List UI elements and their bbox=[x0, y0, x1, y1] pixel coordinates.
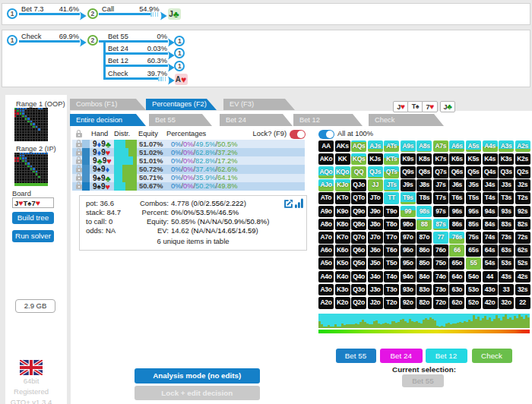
matrix-cell-Q2s[interactable]: Q2s bbox=[515, 166, 530, 178]
run-solver-button[interactable]: Run solver bbox=[12, 230, 54, 242]
tab-check[interactable]: Check bbox=[369, 114, 444, 126]
matrix-cell-T9s[interactable]: T9s bbox=[401, 192, 416, 204]
matrix-cell-A3s[interactable]: A3s bbox=[499, 140, 514, 153]
matrix-cell-AKs[interactable]: AKs bbox=[335, 140, 350, 153]
range1-grid[interactable] bbox=[14, 108, 48, 141]
matrix-cell-T4s[interactable]: T4s bbox=[483, 192, 498, 204]
tab-combos-f1-[interactable]: Combos (F1) bbox=[70, 99, 146, 110]
action-button-bet55[interactable]: Bet 55 bbox=[336, 349, 376, 363]
matrix-cell-42s[interactable]: 42s bbox=[515, 271, 530, 283]
matrix-cell-K4o[interactable]: K4o bbox=[335, 271, 350, 283]
matrix-cell-62o[interactable]: 62o bbox=[449, 297, 464, 309]
matrix-cell-Q2o[interactable]: Q2o bbox=[351, 297, 366, 309]
card-chip-turn[interactable]: J♣ bbox=[168, 8, 181, 20]
matrix-cell-Q6s[interactable]: Q6s bbox=[449, 166, 464, 178]
tab-bet-55[interactable]: Bet 55 bbox=[149, 114, 212, 126]
node-1-branch0[interactable]: 1 bbox=[174, 36, 185, 46]
matrix-cell-83o[interactable]: 83o bbox=[416, 284, 432, 296]
matrix-cell-85s[interactable]: 85s bbox=[466, 219, 481, 231]
matrix-cell-K8o[interactable]: K8o bbox=[335, 219, 350, 231]
tab-ev-f3-[interactable]: EV (F3) bbox=[223, 99, 295, 110]
matrix-cell-55[interactable]: 55 bbox=[466, 257, 481, 270]
matrix-cell-32s[interactable]: 32s bbox=[515, 284, 530, 296]
matrix-cell-75s[interactable]: 75s bbox=[466, 232, 481, 244]
matrix-cell-J6o[interactable]: J6o bbox=[368, 245, 383, 257]
matrix-cell-J8o[interactable]: J8o bbox=[368, 219, 383, 231]
matrix-cell-54s[interactable]: 54s bbox=[483, 257, 498, 270]
matrix-cell-J9s[interactable]: J9s bbox=[401, 179, 416, 191]
matrix-cell-Q7s[interactable]: Q7s bbox=[433, 166, 448, 178]
table-row[interactable]: 9♠9♦50.72%0%/0%/37.4%/62.6% bbox=[72, 165, 305, 173]
range2-grid[interactable] bbox=[14, 153, 48, 186]
matrix-cell-73o[interactable]: 73o bbox=[433, 284, 448, 296]
matrix-cell-42o[interactable]: 42o bbox=[483, 297, 498, 309]
matrix-cell-92o[interactable]: 92o bbox=[401, 297, 416, 309]
matrix-cell-43s[interactable]: 43s bbox=[499, 271, 514, 283]
matrix-cell-98o[interactable]: 98o bbox=[401, 219, 416, 231]
matrix-cell-ATo[interactable]: ATo bbox=[318, 192, 334, 204]
matrix-cell-88[interactable]: 88 bbox=[416, 219, 432, 231]
matrix-cell-J8s[interactable]: J8s bbox=[416, 179, 432, 191]
matrix-cell-QQ[interactable]: QQ bbox=[351, 166, 366, 178]
matrix-cell-T9o[interactable]: T9o bbox=[384, 206, 399, 218]
matrix-cell-QJo[interactable]: QJo bbox=[351, 179, 366, 191]
matrix-cell-33[interactable]: 33 bbox=[499, 284, 514, 296]
matrix-cell-43o[interactable]: 43o bbox=[483, 284, 498, 296]
matrix-cell-K5o[interactable]: K5o bbox=[335, 257, 350, 270]
matrix-cell-J2s[interactable]: J2s bbox=[515, 179, 530, 191]
matrix-cell-87s[interactable]: 87s bbox=[433, 219, 448, 231]
matrix-cell-T2s[interactable]: T2s bbox=[515, 192, 530, 204]
matrix-cell-A4s[interactable]: A4s bbox=[483, 140, 498, 153]
matrix-cell-53o[interactable]: 53o bbox=[466, 284, 481, 296]
matrix-cell-J9o[interactable]: J9o bbox=[368, 206, 383, 218]
matrix-cell-J3o[interactable]: J3o bbox=[368, 284, 383, 296]
matrix-cell-T3s[interactable]: T3s bbox=[499, 192, 514, 204]
matrix-cell-K9s[interactable]: K9s bbox=[401, 153, 416, 166]
matrix-cell-A6s[interactable]: A6s bbox=[449, 140, 464, 153]
matrix-cell-98s[interactable]: 98s bbox=[416, 206, 432, 218]
matrix-cell-T8s[interactable]: T8s bbox=[416, 192, 432, 204]
matrix-cell-64o[interactable]: 64o bbox=[449, 271, 464, 283]
node-1-branch1[interactable]: 1 bbox=[174, 48, 185, 58]
matrix-cell-65s[interactable]: 65s bbox=[466, 245, 481, 257]
matrix-cell-K9o[interactable]: K9o bbox=[335, 206, 350, 218]
matrix-cell-K7s[interactable]: K7s bbox=[433, 153, 448, 166]
matrix-cell-K5s[interactable]: K5s bbox=[466, 153, 481, 166]
matrix-cell-87o[interactable]: 87o bbox=[416, 232, 432, 244]
matrix-cell-Q9s[interactable]: Q9s bbox=[401, 166, 416, 178]
matrix-cell-Q4o[interactable]: Q4o bbox=[351, 271, 366, 283]
matrix-cell-63o[interactable]: 63o bbox=[449, 284, 464, 296]
tab-percentages-f2-[interactable]: Percentages (F2) bbox=[146, 99, 217, 110]
all-at-100-toggle[interactable] bbox=[318, 130, 334, 139]
matrix-cell-44[interactable]: 44 bbox=[483, 271, 498, 283]
node-1[interactable]: 1 bbox=[7, 35, 17, 46]
matrix-cell-63s[interactable]: 63s bbox=[499, 245, 514, 257]
matrix-cell-93s[interactable]: 93s bbox=[499, 206, 514, 218]
matrix-cell-T3o[interactable]: T3o bbox=[384, 284, 399, 296]
matrix-cell-A9s[interactable]: A9s bbox=[401, 140, 416, 153]
matrix-cell-K6o[interactable]: K6o bbox=[335, 245, 350, 257]
table-row[interactable]: 9♦9♣51.07%0%/0%/49.5%/50.5% bbox=[72, 140, 305, 148]
matrix-cell-QJs[interactable]: QJs bbox=[368, 166, 383, 178]
matrix-cell-T7o[interactable]: T7o bbox=[384, 232, 399, 244]
matrix-cell-94s[interactable]: 94s bbox=[483, 206, 498, 218]
matrix-cell-Q3s[interactable]: Q3s bbox=[499, 166, 514, 178]
matrix-cell-76s[interactable]: 76s bbox=[449, 232, 464, 244]
matrix-cell-J5s[interactable]: J5s bbox=[466, 179, 481, 191]
matrix-cell-K2o[interactable]: K2o bbox=[335, 297, 350, 309]
matrix-cell-K4s[interactable]: K4s bbox=[483, 153, 498, 166]
matrix-cell-QTs[interactable]: QTs bbox=[384, 166, 399, 178]
matrix-cell-A2o[interactable]: A2o bbox=[318, 297, 334, 309]
matrix-cell-Q8o[interactable]: Q8o bbox=[351, 219, 366, 231]
matrix-cell-J3s[interactable]: J3s bbox=[499, 179, 514, 191]
matrix-cell-T8o[interactable]: T8o bbox=[384, 219, 399, 231]
table-row[interactable]: 9♣9♥51.01%0%/0%/82.8%/17.2% bbox=[72, 156, 305, 165]
matrix-cell-Q6o[interactable]: Q6o bbox=[351, 245, 366, 257]
matrix-cell-86s[interactable]: 86s bbox=[449, 219, 464, 231]
matrix-cell-86o[interactable]: 86o bbox=[416, 245, 432, 257]
matrix-cell-K3s[interactable]: K3s bbox=[499, 153, 514, 166]
matrix-cell-KTo[interactable]: KTo bbox=[335, 192, 350, 204]
matrix-cell-32o[interactable]: 32o bbox=[499, 297, 514, 309]
matrix-cell-JJ[interactable]: JJ bbox=[368, 179, 383, 191]
matrix-cell-J4s[interactable]: J4s bbox=[483, 179, 498, 191]
